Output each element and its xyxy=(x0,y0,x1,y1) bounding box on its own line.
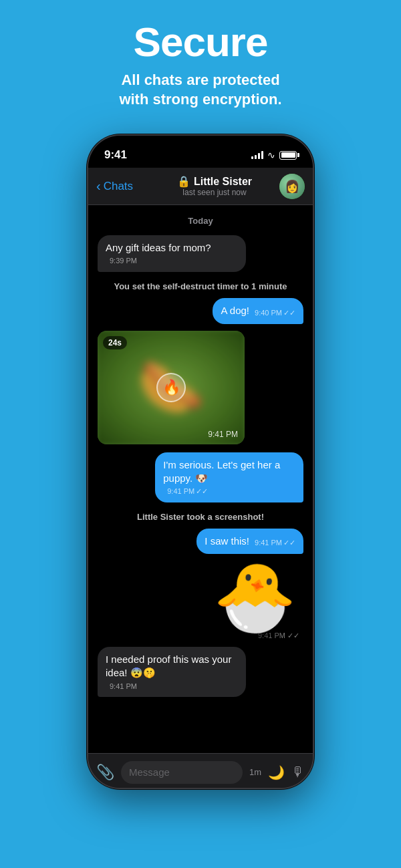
wifi-icon: ∿ xyxy=(267,150,275,160)
hero-section: Secure All chats are protectedwith stron… xyxy=(0,0,401,122)
status-time: 9:41 xyxy=(104,148,127,162)
system-message: You set the self-destruct timer to 1 min… xyxy=(98,281,303,291)
back-button[interactable]: ‹ Chats xyxy=(96,178,150,194)
last-seen: last seen just now xyxy=(150,188,279,197)
status-icons: ∿ xyxy=(251,150,297,160)
input-bar: 📎 Message 1m 🌙 🎙 xyxy=(88,753,313,789)
media-timer: 24s xyxy=(103,336,127,349)
battery-icon xyxy=(279,151,297,160)
outgoing-bubble: I saw this! 9:41 PM ✓✓ xyxy=(196,529,303,554)
media-time: 9:41 PM xyxy=(208,430,238,439)
back-label: Chats xyxy=(104,180,133,193)
message-row: A dog! 9:40 PM ✓✓ xyxy=(98,298,303,323)
header-center: 🔒 Little Sister last seen just now xyxy=(150,175,279,197)
avatar-image: 👩 xyxy=(279,174,305,199)
chat-body: Today Any gift ideas for mom? 9:39 PM Yo… xyxy=(88,205,313,753)
flame-button[interactable]: 🔥 xyxy=(156,373,186,402)
hero-title: Secure xyxy=(13,21,388,63)
incoming-bubble: Any gift ideas for mom? 9:39 PM xyxy=(98,235,246,272)
msg-content: I needed proof this was your idea! 😨🤫 9:… xyxy=(106,653,238,691)
outgoing-bubble: A dog! 9:40 PM ✓✓ xyxy=(213,298,303,323)
sticker: 🐣 xyxy=(213,563,297,630)
sticker-row: 🐣 9:41 PM ✓✓ xyxy=(98,563,303,640)
media-message-row: 🌭 🔥 24s 9:41 PM xyxy=(98,331,303,446)
msg-text: I'm serious. Let's get her a puppy. 🐶 xyxy=(163,458,295,486)
message-input[interactable]: Message xyxy=(121,761,243,784)
check-marks: ✓✓ xyxy=(196,486,208,496)
msg-text: I needed proof this was your idea! 😨🤫 xyxy=(106,653,238,680)
lock-icon: 🔒 xyxy=(177,175,190,188)
chat-header: ‹ Chats 🔒 Little Sister last seen just n… xyxy=(88,168,313,205)
message-row: I'm serious. Let's get her a puppy. 🐶 9:… xyxy=(98,452,303,502)
phone-frame: 9:41 ∿ ‹ Chats xyxy=(87,134,314,789)
system-message: Little Sister took a screenshot! xyxy=(98,512,303,522)
msg-content: Any gift ideas for mom? 9:39 PM xyxy=(106,241,238,266)
input-placeholder: Message xyxy=(129,766,170,778)
msg-text: I saw this! xyxy=(205,535,249,548)
sticker-wrapper: 🐣 9:41 PM ✓✓ xyxy=(213,563,303,640)
msg-time: 9:40 PM xyxy=(255,308,282,318)
message-row: Any gift ideas for mom? 9:39 PM xyxy=(98,235,303,272)
timer-badge: 1m xyxy=(249,767,261,777)
msg-time: 9:41 PM xyxy=(255,538,282,548)
msg-content: I'm serious. Let's get her a puppy. 🐶 9:… xyxy=(163,458,295,496)
check-marks: ✓✓ xyxy=(283,538,295,548)
date-divider: Today xyxy=(98,216,303,226)
check-marks: ✓✓ xyxy=(283,308,295,318)
attach-button[interactable]: 📎 xyxy=(96,764,114,781)
msg-time: 9:41 PM xyxy=(167,486,194,496)
mic-icon[interactable]: 🎙 xyxy=(291,764,305,780)
hero-subtitle: All chats are protectedwith strong encry… xyxy=(13,71,388,109)
status-bar: 9:41 ∿ xyxy=(88,136,313,168)
outgoing-bubble: I'm serious. Let's get her a puppy. 🐶 9:… xyxy=(155,452,303,502)
moon-icon[interactable]: 🌙 xyxy=(268,764,285,780)
msg-text: Any gift ideas for mom? xyxy=(106,241,211,255)
back-chevron-icon: ‹ xyxy=(96,178,101,194)
contact-name[interactable]: 🔒 Little Sister xyxy=(150,175,279,188)
media-bubble[interactable]: 🌭 🔥 24s 9:41 PM xyxy=(98,331,245,444)
signal-icon xyxy=(251,151,263,159)
msg-text: A dog! xyxy=(221,304,249,317)
incoming-bubble: I needed proof this was your idea! 😨🤫 9:… xyxy=(98,647,246,697)
message-row: I saw this! 9:41 PM ✓✓ xyxy=(98,529,303,554)
msg-content: I saw this! 9:41 PM ✓✓ xyxy=(205,535,295,548)
phone-wrapper: 9:41 ∿ ‹ Chats xyxy=(87,134,314,789)
avatar[interactable]: 👩 xyxy=(279,174,305,199)
msg-time: 9:39 PM xyxy=(110,256,137,266)
media-bubble-wrapper: 🌭 🔥 24s 9:41 PM xyxy=(98,331,245,446)
msg-time: 9:41 PM xyxy=(110,682,137,692)
message-row: I needed proof this was your idea! 😨🤫 9:… xyxy=(98,647,303,697)
msg-content: A dog! 9:40 PM ✓✓ xyxy=(221,304,295,317)
